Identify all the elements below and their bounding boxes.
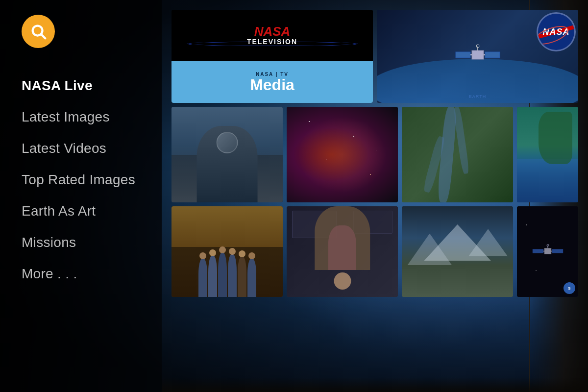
sidebar-item-missions[interactable]: Missions <box>22 227 162 258</box>
sidebar-item-top-rated-images[interactable]: Top Rated Images <box>22 164 162 196</box>
svg-rect-2 <box>472 50 484 59</box>
coast-aerial-cell[interactable] <box>517 107 578 202</box>
iss-interior-cell[interactable] <box>287 206 398 297</box>
grid-row-3: S <box>172 206 578 297</box>
small-satellite-svg <box>531 238 565 265</box>
astronaut-cell[interactable] <box>172 107 283 202</box>
satellite-small-cell[interactable]: S <box>517 206 578 297</box>
group-photo-cell[interactable] <box>172 206 283 297</box>
satellite-svg <box>453 36 502 75</box>
nasa-tv-media: Media <box>250 77 294 93</box>
sidebar-item-latest-images[interactable]: Latest Images <box>22 101 162 133</box>
sidebar-item-nasa-live[interactable]: NASA Live <box>22 70 162 101</box>
nav-menu: NASA Live Latest Images Latest Videos To… <box>22 70 162 290</box>
mountains-cell[interactable] <box>402 206 513 297</box>
nasa-logo: NASA <box>537 12 576 51</box>
nasa-television-cell[interactable]: NASA TELEVISION NASA | TV Media <box>172 10 373 103</box>
svg-rect-3 <box>456 52 470 58</box>
search-icon <box>30 23 47 40</box>
sidebar: NASA Live Latest Images Latest Videos To… <box>0 0 162 392</box>
svg-rect-10 <box>533 249 543 253</box>
svg-rect-5 <box>485 52 500 58</box>
sidebar-item-latest-videos[interactable]: Latest Videos <box>22 133 162 164</box>
search-button[interactable] <box>22 15 55 48</box>
nasa-tv-title: NASA <box>247 25 297 38</box>
main-content: NASA TELEVISION NASA | TV Media <box>162 0 588 392</box>
grid-row-1: NASA TELEVISION NASA | TV Media <box>172 10 578 103</box>
svg-rect-9 <box>544 248 551 254</box>
satellite-badge: S <box>564 282 575 294</box>
sidebar-item-more[interactable]: More . . . <box>22 258 162 290</box>
grid-row-2 <box>172 107 578 202</box>
svg-rect-12 <box>552 249 563 253</box>
nebula-cell[interactable] <box>287 107 398 202</box>
river-delta-cell[interactable] <box>402 107 513 202</box>
nasa-tv-subtitle: TELEVISION <box>247 38 297 46</box>
svg-line-1 <box>41 34 45 38</box>
earth-label: EARTH <box>377 94 578 99</box>
sidebar-item-earth-as-art[interactable]: Earth As Art <box>22 196 162 227</box>
